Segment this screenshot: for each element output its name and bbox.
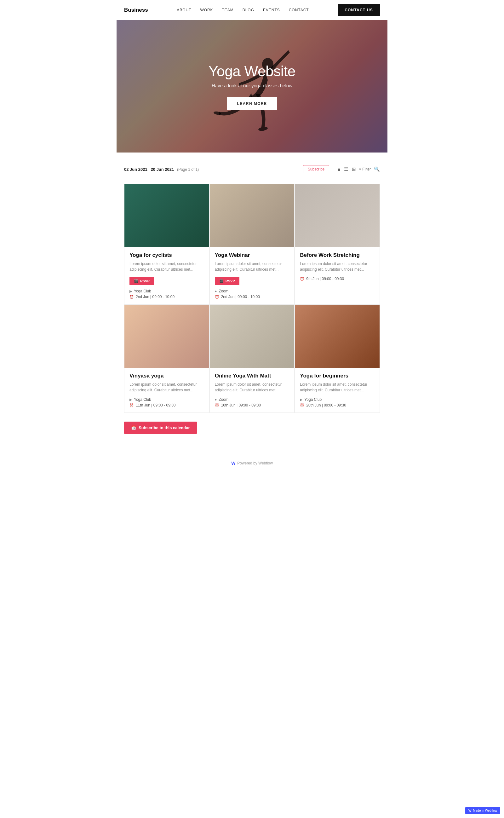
- event-card: Vinyasa yoga Lorem ipsum dolor sit amet,…: [124, 304, 209, 413]
- datetime-text: 2nd Jun | 09:00 - 10:00: [221, 295, 260, 299]
- event-description: Lorem ipsum dolor sit amet, consectetur …: [300, 261, 375, 272]
- svg-point-1: [258, 126, 268, 131]
- location-text: Yoga Club: [134, 397, 151, 402]
- location-icon: ●: [215, 289, 217, 293]
- event-location: ▶Yoga Club: [129, 397, 204, 402]
- learn-more-button[interactable]: LEARN MORE: [227, 97, 277, 110]
- event-body: Yoga for cyclists Lorem ipsum dolor sit …: [124, 247, 209, 304]
- event-image: [295, 305, 380, 368]
- calendar-date-range: 02 Jun 2021 20 Jun 2021 (Page 1 of 1): [124, 166, 199, 172]
- event-body: Before Work Stretching Lorem ipsum dolor…: [295, 247, 380, 286]
- rsvp-icon: 🎬: [219, 279, 224, 283]
- datetime-text: 20th Jun | 09:00 - 09:30: [306, 403, 346, 407]
- event-datetime: ⏰ 9th Jun | 09:00 - 09:30: [300, 277, 375, 281]
- nav-links: ABOUT WORK TEAM BLOG EVENTS CONTACT: [177, 8, 309, 12]
- event-datetime: ⏰ 2nd Jun | 09:00 - 10:00: [129, 295, 204, 299]
- calendar-bar: 02 Jun 2021 20 Jun 2021 (Page 1 of 1) Su…: [124, 165, 380, 178]
- hero-section: Yoga Website Have a look at our yoga cla…: [117, 20, 387, 153]
- powered-by-text: Powered by Webflow: [237, 461, 273, 465]
- event-title: Yoga Webinar: [215, 252, 289, 258]
- location-icon: ▶: [129, 289, 132, 293]
- event-image: [124, 184, 209, 247]
- contact-us-button[interactable]: CONTACT US: [338, 4, 380, 16]
- event-body: Vinyasa yoga Lorem ipsum dolor sit amet,…: [124, 368, 209, 412]
- event-description: Lorem ipsum dolor sit amet, consectetur …: [215, 382, 289, 393]
- event-location: ▶Yoga Club: [300, 397, 375, 402]
- clock-icon: ⏰: [215, 295, 219, 299]
- footer: W Powered by Webflow: [117, 453, 387, 473]
- grid-view-icon[interactable]: ⊞: [352, 166, 356, 172]
- event-title: Yoga for cyclists: [129, 252, 204, 258]
- event-meta: ▶Yoga Club ⏰ 11th Jun | 09:00 - 09:30: [129, 397, 204, 407]
- event-card: Before Work Stretching Lorem ipsum dolor…: [295, 184, 380, 304]
- navbar: Business ABOUT WORK TEAM BLOG EVENTS CON…: [117, 0, 387, 20]
- calendar-section: 02 Jun 2021 20 Jun 2021 (Page 1 of 1) Su…: [117, 153, 387, 446]
- event-datetime: ⏰ 2nd Jun | 09:00 - 10:00: [215, 295, 289, 299]
- search-icon[interactable]: 🔍: [374, 166, 380, 172]
- location-icon: ▶: [129, 398, 132, 402]
- hero-title: Yoga Website: [209, 63, 295, 80]
- cal-right-controls: Subscribe ■ ☰ ⊞ ▿ Filter 🔍: [303, 165, 380, 173]
- location-text: Zoom: [219, 397, 228, 402]
- event-image: [295, 184, 380, 247]
- event-image: [124, 305, 209, 368]
- subscribe-button[interactable]: Subscribe: [303, 165, 329, 173]
- nav-work[interactable]: WORK: [200, 8, 213, 12]
- event-image: [210, 305, 295, 368]
- event-card: Yoga for beginners Lorem ipsum dolor sit…: [295, 304, 380, 413]
- nav-team[interactable]: TEAM: [222, 8, 234, 12]
- nav-logo[interactable]: Business: [124, 7, 148, 13]
- rsvp-button[interactable]: 🎬 RSVP: [129, 277, 154, 285]
- event-body: Yoga Webinar Lorem ipsum dolor sit amet,…: [210, 247, 295, 304]
- clock-icon: ⏰: [129, 295, 134, 299]
- event-location: ●Zoom: [215, 397, 289, 402]
- event-body: Online Yoga With Matt Lorem ipsum dolor …: [210, 368, 295, 412]
- clock-icon: ⏰: [215, 403, 219, 407]
- nav-contact[interactable]: CONTACT: [289, 8, 309, 12]
- list-view-icon[interactable]: ☰: [344, 166, 348, 172]
- subscribe-calendar-label: Subscribe to this calendar: [139, 425, 190, 430]
- event-meta: ●Zoom ⏰ 2nd Jun | 09:00 - 10:00: [215, 289, 289, 299]
- event-meta: ▶Yoga Club ⏰ 2nd Jun | 09:00 - 10:00: [129, 289, 204, 299]
- event-description: Lorem ipsum dolor sit amet, consectetur …: [129, 261, 204, 272]
- event-description: Lorem ipsum dolor sit amet, consectetur …: [215, 261, 289, 272]
- datetime-text: 16th Jun | 09:00 - 09:30: [221, 403, 261, 407]
- webflow-w-icon: W: [231, 461, 235, 466]
- cal-page-info: (Page 1 of 1): [177, 167, 199, 172]
- calendar-view-icon[interactable]: ■: [337, 167, 340, 172]
- nav-about[interactable]: ABOUT: [177, 8, 191, 12]
- event-datetime: ⏰ 11th Jun | 09:00 - 09:30: [129, 403, 204, 407]
- cal-view-icons: ■ ☰ ⊞: [337, 166, 356, 172]
- location-text: Yoga Club: [304, 397, 322, 402]
- event-meta: ⏰ 9th Jun | 09:00 - 09:30: [300, 277, 375, 281]
- subscribe-calendar-area: 📅 Subscribe to this calendar: [124, 413, 380, 434]
- event-card: Yoga Webinar Lorem ipsum dolor sit amet,…: [209, 184, 295, 304]
- event-meta: ▶Yoga Club ⏰ 20th Jun | 09:00 - 09:30: [300, 397, 375, 407]
- event-title: Yoga for beginners: [300, 373, 375, 379]
- datetime-text: 11th Jun | 09:00 - 09:30: [136, 403, 176, 407]
- nav-events[interactable]: EVENTS: [263, 8, 280, 12]
- hero-content: Yoga Website Have a look at our yoga cla…: [209, 63, 295, 110]
- location-icon: ▶: [300, 398, 302, 402]
- location-text: Zoom: [219, 289, 228, 293]
- event-description: Lorem ipsum dolor sit amet, consectetur …: [300, 382, 375, 393]
- location-icon: ●: [215, 398, 217, 401]
- rsvp-button[interactable]: 🎬 RSVP: [215, 277, 239, 285]
- rsvp-icon: 🎬: [134, 279, 138, 283]
- subscribe-calendar-button[interactable]: 📅 Subscribe to this calendar: [124, 422, 197, 434]
- event-card: Online Yoga With Matt Lorem ipsum dolor …: [209, 304, 295, 413]
- event-card: Yoga for cyclists Lorem ipsum dolor sit …: [124, 184, 209, 304]
- nav-blog[interactable]: BLOG: [243, 8, 254, 12]
- filter-icon: ▿: [359, 167, 361, 171]
- clock-icon: ⏰: [129, 403, 134, 407]
- calendar-icon: 📅: [131, 425, 136, 430]
- cal-date-to: 20 Jun 2021: [151, 167, 174, 172]
- hero-subtitle: Have a look at our yoga classes below: [209, 83, 295, 88]
- filter-button[interactable]: ▿ Filter: [359, 167, 371, 171]
- event-location: ●Zoom: [215, 289, 289, 293]
- clock-icon: ⏰: [300, 277, 304, 281]
- event-title: Online Yoga With Matt: [215, 373, 289, 379]
- clock-icon: ⏰: [300, 403, 304, 407]
- event-description: Lorem ipsum dolor sit amet, consectetur …: [129, 382, 204, 393]
- event-title: Before Work Stretching: [300, 252, 375, 258]
